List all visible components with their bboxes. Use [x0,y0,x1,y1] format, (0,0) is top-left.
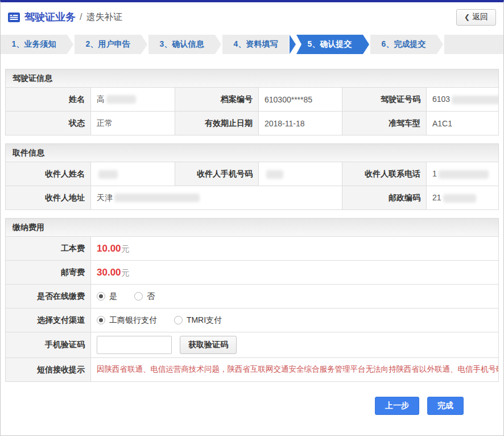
step-bar: 1、业务须知 2、用户申告 3、确认信息 4、资料填写 5、确认提交 6、完成提… [1,35,503,54]
form-list-icon [8,13,20,22]
section-title: 缴纳费用 [5,218,499,236]
table-row: 姓名 高 档案编号 610300****85 驾驶证号码 6103 [6,88,499,112]
recipient-address-value: 天津 [91,186,342,210]
license-number-value: 6103 [427,88,499,112]
recipient-name-label: 收件人姓名 [6,162,91,186]
expiry-label: 有效期止日期 [175,112,259,135]
radio-yes-selected[interactable] [97,292,105,301]
radio-icbc-selected[interactable] [97,316,105,324]
vehicle-class-label: 准驾车型 [342,112,427,135]
sms-code-label: 手机验证码 [6,332,91,358]
page-title: 驾驶证业务 [24,10,76,24]
postcode-value: 21 [427,186,499,210]
sms-code-input[interactable] [97,336,172,354]
postage-fee-label: 邮寄费 [6,261,91,285]
step-label: 2、用户申告 [86,39,130,50]
step-label: 3、确认信息 [160,39,204,50]
table-row: 工本费 10.00元 [6,237,499,261]
page-header: 驾驶证业务 / 遗失补证 ❮ 返回 [1,2,503,32]
step-label: 4、资料填写 [234,39,278,50]
section-title: 驾驶证信息 [5,69,499,87]
redacted-blur [439,170,489,179]
redacted-blur [98,170,118,179]
step-separator [363,35,370,54]
status-value: 正常 [91,112,175,135]
pay-channel-options: 工商银行支付 TMRI支付 [91,309,499,332]
section-payment: 缴纳费用 工本费 10.00元 邮寄费 30.00元 是否在线缴费 [5,218,499,382]
step-label: 5、确认提交 [308,39,352,50]
fee-amount: 30.00 [97,267,121,278]
production-fee-value: 10.00元 [91,237,499,261]
table-row: 收件人地址 天津 邮政编码 21 [6,186,499,210]
status-label: 状态 [6,112,91,135]
footer-actions: 上一步 完成 [5,397,499,415]
get-code-button[interactable]: 获取验证码 [180,336,237,354]
step-1-business-notice[interactable]: 1、业务须知 [1,35,67,54]
step-bar-filler [444,35,503,54]
file-number-value: 610300****85 [259,88,342,112]
table-row: 手机验证码 获取验证码 [6,332,499,358]
sms-code-cell: 获取验证码 [91,332,499,358]
redacted-blur [266,170,283,179]
name-value: 高 [91,88,175,112]
recipient-mobile-value [259,162,342,186]
table-row: 状态 正常 有效期止日期 2018-11-18 准驾车型 A1C1 [6,112,499,135]
recipient-address-label: 收件人地址 [6,186,91,210]
vehicle-class-value: A1C1 [427,112,499,135]
finish-button[interactable]: 完成 [427,397,464,415]
recipient-phone-label: 收件人联系电话 [342,162,427,186]
sms-notice-label: 短信接收提示 [6,358,91,382]
redacted-blur [452,96,498,104]
payment-table: 工本费 10.00元 邮寄费 30.00元 是否在线缴费 是 否 [5,236,499,382]
active-step-notch [296,35,301,54]
page: 驾驶证业务 / 遗失补证 ❮ 返回 1、业务须知 2、用户申告 3、确认信息 4… [0,0,504,436]
breadcrumb-current: 遗失补证 [86,11,122,23]
breadcrumb-separator: / [80,12,82,22]
radio-no-label[interactable]: 否 [147,291,155,301]
step-separator [141,35,148,54]
step-separator [67,35,75,54]
step-6-finish-submit[interactable]: 6、完成提交 [370,35,437,54]
pay-channel-label: 选择支付渠道 [6,309,91,332]
name-label: 姓名 [6,88,91,112]
section-pickup-info: 取件信息 收件人姓名 收件人手机号码 收件人联系电话 1 收件人地址 天津 [5,143,499,210]
step-separator [289,35,296,54]
recipient-phone-value: 1 [427,162,499,186]
license-info-table: 姓名 高 档案编号 610300****85 驾驶证号码 6103 状态 正常 … [5,87,499,135]
section-license-info: 驾驶证信息 姓名 高 档案编号 610300****85 驾驶证号码 6103 … [5,69,499,135]
chevron-left-icon: ❮ [464,13,470,21]
license-number-label: 驾驶证号码 [342,88,427,112]
file-number-label: 档案编号 [175,88,259,112]
redacted-blur [114,194,200,202]
step-2-user-declaration[interactable]: 2、用户申告 [75,35,141,54]
sms-notice-text: 因陕西省联通、电信运营商技术问题，陕西省互联网交通安全综合服务管理平台无法向持陕… [97,362,493,377]
redacted-blur [106,95,136,104]
radio-icbc-label[interactable]: 工商银行支付 [109,315,157,324]
back-button[interactable]: ❮ 返回 [456,9,496,26]
pickup-info-table: 收件人姓名 收件人手机号码 收件人联系电话 1 收件人地址 天津 邮政编码 21 [5,162,499,210]
recipient-mobile-label: 收件人手机号码 [175,162,259,186]
step-label: 1、业务须知 [12,39,56,50]
online-pay-options: 是 否 [91,285,499,309]
step-5-confirm-submit-active[interactable]: 5、确认提交 [296,35,363,54]
online-pay-label: 是否在线缴费 [6,285,91,309]
table-row: 选择支付渠道 工商银行支付 TMRI支付 [6,309,499,332]
radio-tmri-label[interactable]: TMRI支付 [187,315,222,324]
sms-notice-cell: 因陕西省联通、电信运营商技术问题，陕西省互联网交通安全综合服务管理平台无法向持陕… [91,358,499,382]
table-row: 邮寄费 30.00元 [6,261,499,285]
table-row: 是否在线缴费 是 否 [6,285,499,309]
table-row: 短信接收提示 因陕西省联通、电信运营商技术问题，陕西省互联网交通安全综合服务管理… [6,358,499,382]
radio-no[interactable] [134,292,143,301]
recipient-name-value [91,162,175,186]
step-4-fill-data[interactable]: 4、资料填写 [222,35,289,54]
step-3-confirm-info[interactable]: 3、确认信息 [148,35,215,54]
production-fee-label: 工本费 [6,237,91,261]
postage-fee-value: 30.00元 [91,261,499,285]
radio-yes-label[interactable]: 是 [109,291,117,301]
radio-tmri[interactable] [174,316,183,324]
step-label: 6、完成提交 [382,39,426,50]
step-separator [215,35,222,54]
fee-unit: 元 [122,244,130,253]
table-row: 收件人姓名 收件人手机号码 收件人联系电话 1 [6,162,499,186]
previous-step-button[interactable]: 上一步 [375,397,419,415]
